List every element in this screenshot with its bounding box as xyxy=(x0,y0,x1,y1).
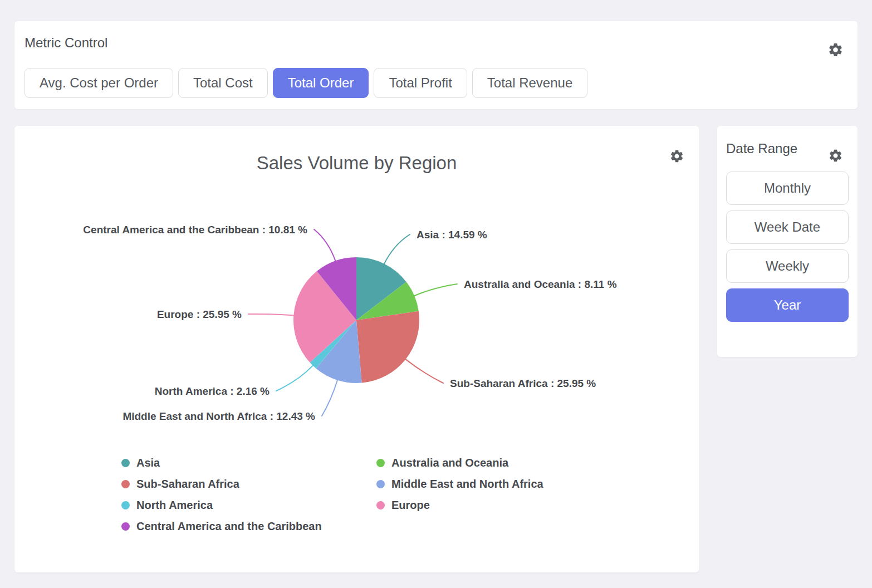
pie-label-line-sub-saharan-africa xyxy=(405,359,443,383)
metric-button-total-order[interactable]: Total Order xyxy=(273,68,369,98)
legend-item-europe[interactable]: Europe xyxy=(376,499,543,512)
pie-callout-label-central-america-and-the-caribbean: Central America and the Caribbean : 10.8… xyxy=(83,224,307,236)
legend-dot-europe xyxy=(376,501,385,509)
metric-button-total-cost[interactable]: Total Cost xyxy=(178,68,268,98)
pie-label-line-europe xyxy=(248,314,294,316)
date-range-button-year[interactable]: Year xyxy=(726,288,849,322)
pie-callout-label-middle-east-and-north-africa: Middle East and North Africa : 12.43 % xyxy=(123,410,315,422)
legend-label-north-america: North America xyxy=(136,499,213,512)
metric-settings-gear-icon[interactable] xyxy=(827,42,844,58)
legend-item-asia[interactable]: Asia xyxy=(121,457,376,469)
gear-icon xyxy=(827,42,844,58)
date-range-settings-gear-icon[interactable] xyxy=(828,148,843,163)
pie-slice-sub-saharan-africa[interactable] xyxy=(356,311,419,383)
date-range-button-weekly[interactable]: Weekly xyxy=(726,249,849,283)
metric-button-total-revenue[interactable]: Total Revenue xyxy=(472,68,587,98)
metric-control-panel: Metric Control Avg. Cost per OrderTotal … xyxy=(14,21,858,109)
legend-dot-north-america xyxy=(121,501,130,509)
pie-callout-label-australia-and-oceania: Australia and Oceania : 8.11 % xyxy=(464,278,617,290)
pie-label-line-north-america xyxy=(276,365,313,391)
legend-label-asia: Asia xyxy=(136,457,160,469)
pie-label-line-asia xyxy=(384,234,410,264)
date-range-button-column: MonthlyWeek DateWeeklyYear xyxy=(726,171,849,322)
legend-item-australia-and-oceania[interactable]: Australia and Oceania xyxy=(376,457,543,469)
pie-callout-label-sub-saharan-africa: Sub-Saharan Africa : 25.95 % xyxy=(450,378,596,389)
chart-panel: Sales Volume by Region Asia : 14.59 %Aus… xyxy=(14,126,699,572)
legend-dot-middle-east-and-north-africa xyxy=(376,480,385,488)
legend-item-north-america[interactable]: North America xyxy=(121,499,376,512)
legend-dot-asia xyxy=(121,459,130,467)
date-range-button-monthly[interactable]: Monthly xyxy=(726,171,849,205)
content-row: Sales Volume by Region Asia : 14.59 %Aus… xyxy=(14,126,858,572)
legend-label-sub-saharan-africa: Sub-Saharan Africa xyxy=(136,478,239,491)
date-range-button-week-date[interactable]: Week Date xyxy=(726,210,849,244)
legend-label-australia-and-oceania: Australia and Oceania xyxy=(391,457,508,469)
pie-callout-label-north-america: North America : 2.16 % xyxy=(155,385,270,397)
pie-callout-label-asia: Asia : 14.59 % xyxy=(417,229,487,241)
legend-label-middle-east-and-north-africa: Middle East and North Africa xyxy=(391,478,543,491)
legend-dot-central-america-and-the-caribbean xyxy=(121,522,130,531)
chart-legend: AsiaAustralia and OceaniaSub-Saharan Afr… xyxy=(121,452,543,537)
legend-dot-sub-saharan-africa xyxy=(121,480,130,488)
metric-button-row: Avg. Cost per OrderTotal CostTotal Order… xyxy=(25,68,844,98)
legend-item-middle-east-and-north-africa[interactable]: Middle East and North Africa xyxy=(376,478,543,491)
legend-item-sub-saharan-africa[interactable]: Sub-Saharan Africa xyxy=(121,478,376,491)
pie-label-line-australia-and-oceania xyxy=(414,284,457,296)
legend-label-europe: Europe xyxy=(391,499,430,512)
metric-control-title: Metric Control xyxy=(25,35,844,51)
pie-callout-label-europe: Europe : 25.95 % xyxy=(157,308,242,320)
metric-button-total-profit[interactable]: Total Profit xyxy=(374,68,467,98)
pie-label-line-central-america-and-the-caribbean xyxy=(314,229,336,261)
gear-icon xyxy=(828,148,843,163)
legend-dot-australia-and-oceania xyxy=(376,459,385,467)
metric-button-avg-cost-per-order[interactable]: Avg. Cost per Order xyxy=(25,68,173,98)
legend-label-central-america-and-the-caribbean: Central America and the Caribbean xyxy=(136,520,322,533)
pie-label-line-middle-east-and-north-africa xyxy=(322,380,337,416)
legend-item-central-america-and-the-caribbean[interactable]: Central America and the Caribbean xyxy=(121,520,376,533)
date-range-panel: Date Range MonthlyWeek DateWeeklyYear xyxy=(717,126,858,357)
